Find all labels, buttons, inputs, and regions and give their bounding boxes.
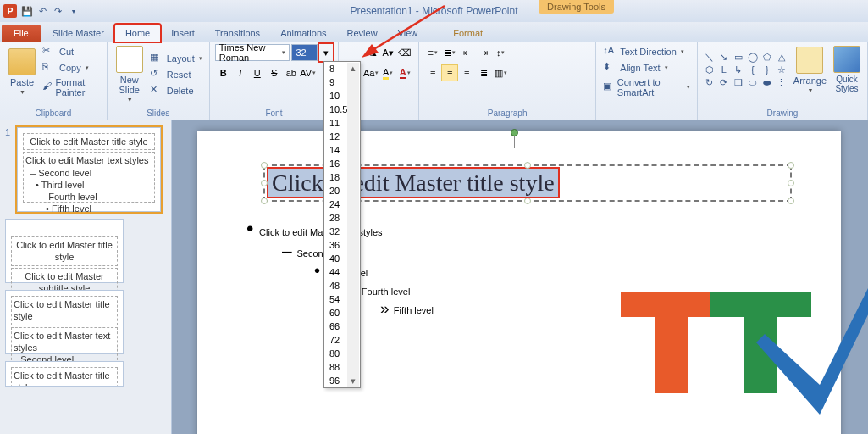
group-label-clipboard: Clipboard [5, 108, 102, 119]
group-text-options: ↕AText Direction▾ ⬍Align Text▾ ▣Convert … [596, 42, 698, 120]
redo-icon[interactable]: ↷ [51, 4, 64, 18]
group-label-slides: Slides [113, 108, 204, 119]
columns-button[interactable]: ▥▾ [492, 64, 509, 81]
tab-insert[interactable]: Insert [161, 25, 205, 42]
tab-review[interactable]: Review [337, 25, 388, 42]
paste-button[interactable]: Paste ▼ [5, 47, 39, 97]
numbering-button[interactable]: ≣▾ [441, 44, 458, 61]
paste-icon [8, 48, 36, 75]
new-slide-icon [116, 46, 143, 73]
quick-styles-button[interactable]: Quick Styles [832, 44, 862, 95]
slide-canvas[interactable]: Click to edit Master title style • Click… [172, 120, 868, 434]
svg-marker-2 [621, 292, 722, 393]
char-spacing-button[interactable]: AV▾ [300, 64, 317, 81]
logo-image [612, 266, 868, 419]
handle-bl[interactable] [261, 198, 268, 204]
handle-ml[interactable] [261, 180, 268, 186]
tab-slide-master[interactable]: Slide Master [42, 25, 114, 42]
bullets-button[interactable]: ≡▾ [424, 44, 441, 61]
new-slide-button[interactable]: New Slide ▼ [113, 44, 147, 104]
copy-button[interactable]: ⎘Copy▾ [41, 60, 102, 75]
delete-button[interactable]: ✕Delete [148, 83, 204, 98]
work-area: 1 Click to edit Master title style Click… [0, 120, 868, 434]
font-size-dropdown-button[interactable]: ▾ [319, 44, 333, 61]
smartart-icon: ▣ [603, 81, 614, 94]
bold-button[interactable]: B [215, 64, 232, 81]
dec-indent-button[interactable]: ⇤ [458, 44, 475, 61]
font-name-select[interactable]: Times New Roman▾ [215, 44, 290, 61]
slide-master: Click to edit Master title style • Click… [197, 131, 841, 434]
handle-tl[interactable] [261, 162, 268, 169]
format-painter-button[interactable]: 🖌Format Painter [41, 76, 102, 98]
change-case-button[interactable]: Aa▾ [362, 64, 379, 81]
thumb-number: 1 [5, 127, 14, 212]
thumb-master[interactable]: Click to edit Master title style Click t… [17, 127, 161, 212]
font-color-button[interactable]: A▾ [396, 64, 413, 81]
group-drawing: ＼↘▭◯⬠△ ⬡L↳{}☆ ↻⟳❏⬭⬬⋮ Arrange ▼ Quick Sty… [698, 42, 868, 120]
undo-icon[interactable]: ↶ [36, 4, 49, 18]
align-right-button[interactable]: ≡ [458, 64, 475, 81]
reset-button[interactable]: ↺Reset [148, 67, 204, 82]
line-spacing-button[interactable]: ↕▾ [492, 44, 509, 61]
justify-button[interactable]: ≣ [475, 64, 492, 81]
handle-mr[interactable] [788, 180, 794, 186]
reset-icon: ↺ [150, 68, 163, 81]
tab-transitions[interactable]: Transitions [205, 25, 270, 42]
thumb-layout-1[interactable]: Click to edit Master title style Click t… [5, 219, 124, 283]
align-text-button[interactable]: ⬍Align Text▾ [601, 60, 692, 75]
strikethrough-button[interactable]: S [266, 64, 283, 81]
group-label-paragraph: Paragraph [424, 108, 590, 119]
app-icon: P [3, 4, 17, 18]
group-font: Times New Roman▾ 32 ▾ B I U S ab AV▾ Fon… [210, 42, 339, 120]
ribbon: Paste ▼ ✂Cut ⎘Copy▾ 🖌Format Painter Clip… [0, 42, 868, 120]
convert-smartart-button[interactable]: ▣Convert to SmartArt▾ [601, 76, 692, 98]
shapes-more-button[interactable]: ⋮ [775, 76, 788, 88]
window-title: Presentation1 - Microsoft PowerPoint [350, 5, 517, 17]
font-size-dropdown[interactable]: 891010.511121416182024283236404448546066… [323, 61, 361, 388]
slide-thumbnails-pane[interactable]: 1 Click to edit Master title style Click… [0, 120, 172, 434]
inc-indent-button[interactable]: ⇥ [475, 44, 492, 61]
handle-tr[interactable] [788, 162, 794, 169]
text-direction-button[interactable]: ↕AText Direction▾ [601, 44, 692, 59]
handle-tm[interactable] [524, 162, 531, 169]
save-icon[interactable]: 💾 [20, 4, 34, 18]
tab-view[interactable]: View [388, 25, 428, 42]
handle-br[interactable] [788, 198, 794, 204]
align-center-button[interactable]: ≡ [441, 64, 458, 81]
title-text[interactable]: Click to edit Master title style [268, 169, 558, 197]
group-clipboard: Paste ▼ ✂Cut ⎘Copy▾ 🖌Format Painter Clip… [0, 42, 108, 120]
tab-format[interactable]: Format [443, 25, 493, 42]
text-direction-icon: ↕A [603, 45, 616, 58]
shadow-button[interactable]: ab [283, 64, 300, 81]
handle-bm[interactable] [524, 198, 531, 204]
shapes-gallery[interactable]: ＼↘▭◯⬠△ ⬡L↳{}☆ ↻⟳❏⬭⬬⋮ [703, 51, 788, 88]
grow-font-button[interactable]: A▴ [362, 44, 379, 61]
layout-button[interactable]: ▦Layout▾ [148, 51, 204, 66]
font-size-select[interactable]: 32 [291, 44, 317, 61]
tab-file[interactable]: File [2, 25, 41, 42]
thumb-layout-3[interactable]: Click to edit Master title style [5, 361, 124, 387]
underline-button[interactable]: U [249, 64, 266, 81]
italic-button[interactable]: I [232, 64, 249, 81]
brush-icon: 🖌 [42, 81, 52, 94]
align-left-button[interactable]: ≡ [424, 64, 441, 81]
highlight-button[interactable]: A▾ [379, 64, 396, 81]
scrollbar[interactable]: ▴▾ [347, 63, 359, 387]
quick-styles-label: Quick Styles [835, 75, 858, 93]
group-label-font: Font [215, 108, 333, 119]
tab-animations[interactable]: Animations [270, 25, 336, 42]
clear-format-button[interactable]: ⌫ [396, 44, 413, 61]
chevron-down-icon: ▼ [19, 89, 25, 95]
qat-more-icon[interactable]: ▼ [67, 4, 80, 18]
tab-home[interactable]: Home [114, 24, 161, 42]
rotate-handle[interactable] [511, 129, 518, 148]
cut-button[interactable]: ✂Cut [41, 44, 102, 59]
shrink-font-button[interactable]: A▾ [379, 44, 396, 61]
title-bar: P 💾 ↶ ↷ ▼ Presentation1 - Microsoft Powe… [0, 0, 868, 22]
arrange-button[interactable]: Arrange ▼ [790, 45, 830, 95]
thumb-layout-2[interactable]: Click to edit Master title style Click t… [5, 290, 124, 354]
scissors-icon: ✂ [42, 45, 56, 58]
quick-access-toolbar: 💾 ↶ ↷ ▼ [20, 4, 80, 18]
styles-icon [833, 46, 860, 73]
new-slide-label: New Slide [119, 75, 140, 95]
